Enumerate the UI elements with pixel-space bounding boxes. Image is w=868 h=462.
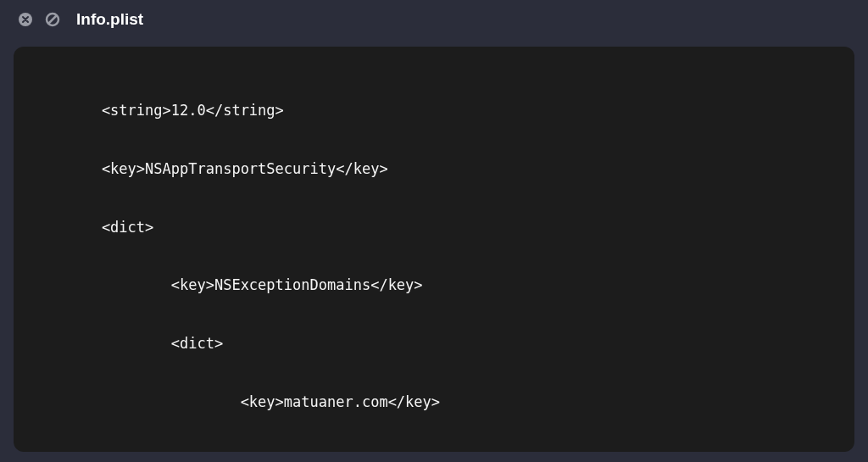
code-line: <string>12.0</string> — [32, 101, 836, 120]
code-content: <string>12.0</string> <key>NSAppTranspor… — [32, 62, 836, 452]
code-line: <dict> — [32, 334, 836, 353]
code-line: <key>matuaner.com</key> — [32, 392, 836, 412]
denied-icon[interactable] — [44, 11, 61, 28]
code-line: <dict> — [32, 451, 836, 452]
editor-area[interactable]: <string>12.0</string> <key>NSAppTranspor… — [14, 47, 854, 452]
svg-line-2 — [49, 15, 57, 23]
close-icon[interactable] — [17, 11, 34, 28]
code-line: <dict> — [32, 218, 836, 237]
code-line: <key>NSExceptionDomains</key> — [32, 276, 836, 295]
tab-bar: Info.plist — [0, 0, 868, 38]
code-line: <key>NSAppTransportSecurity</key> — [32, 159, 836, 179]
tab-title: Info.plist — [76, 10, 143, 29]
